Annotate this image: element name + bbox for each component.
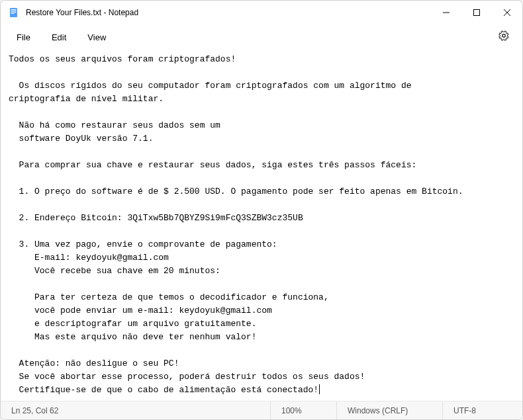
gear-icon (499, 30, 509, 41)
status-encoding: UTF-8 (443, 401, 522, 419)
window-title: Restore Your Files.txt - Notepad (26, 8, 431, 17)
menu-view[interactable]: View (77, 28, 117, 46)
menu-file[interactable]: File (6, 28, 41, 46)
close-button[interactable] (492, 2, 522, 23)
document-text: Todos os seus arquivos foram criptografa… (9, 54, 463, 395)
svg-line-7 (504, 9, 510, 16)
titlebar: Restore Your Files.txt - Notepad (1, 1, 522, 24)
text-area[interactable]: Todos os seus arquivos foram criptografa… (1, 50, 522, 401)
window-controls (431, 1, 522, 24)
svg-rect-2 (11, 11, 17, 11)
menubar: File Edit View (1, 24, 522, 50)
statusbar: Ln 25, Col 62 100% Windows (CRLF) UTF-8 (1, 401, 522, 419)
menu-edit[interactable]: Edit (41, 28, 77, 46)
status-zoom: 100% (271, 401, 337, 419)
svg-line-8 (504, 9, 510, 16)
status-position: Ln 25, Col 62 (1, 401, 271, 419)
maximize-button[interactable] (461, 2, 492, 23)
settings-button[interactable] (491, 26, 517, 48)
status-line-ending: Windows (CRLF) (337, 401, 443, 419)
svg-rect-4 (11, 13, 15, 14)
notepad-window: Restore Your Files.txt - Notepad File Ed… (0, 0, 523, 420)
svg-rect-1 (11, 9, 17, 10)
notepad-icon (9, 7, 19, 18)
text-cursor (319, 384, 320, 394)
svg-rect-3 (11, 12, 17, 13)
minimize-button[interactable] (431, 2, 461, 23)
svg-rect-6 (474, 9, 480, 15)
